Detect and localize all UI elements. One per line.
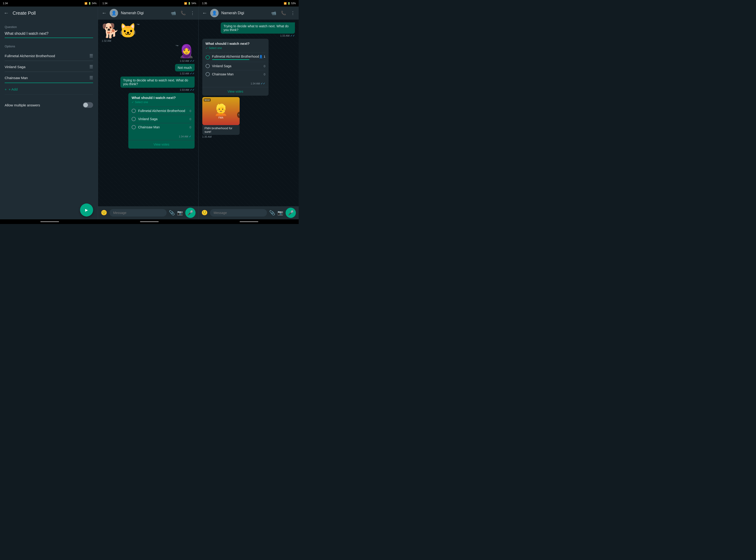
trying-decide-bubble-right: Trying to decide what to watch next. Wha… <box>221 22 295 34</box>
fma-image: 👱 FMA tenor ↪ <box>202 97 240 125</box>
camera-button-middle[interactable]: 📷 <box>177 210 183 216</box>
more-options-icon-middle[interactable]: ⋮ <box>191 11 195 16</box>
poll-bubble-middle: What should I watch next? ✓ Select one F… <box>128 93 195 148</box>
avatar-right: 👤 <box>210 9 219 17</box>
tick-right-1: ✓✓ <box>290 34 295 37</box>
allow-multiple-row: Allow multiple answers <box>5 100 93 110</box>
poll-option-chainsaw-middle[interactable]: Chainsaw Man 0 <box>132 123 191 131</box>
option-input-1[interactable] <box>5 54 87 58</box>
emoji-button-middle[interactable]: 🙂 <box>101 210 107 216</box>
chat-messages-middle: 🐕🐱 ↪ 1:32 AM 🧕 ↪ 1:32 AM ✓✓ <box>98 20 198 206</box>
phone-call-icon-middle[interactable]: 📞 <box>181 11 186 16</box>
view-votes-right[interactable]: View votes <box>202 87 269 96</box>
avatar-sticker-time: 1:32 AM ✓✓ <box>180 59 194 62</box>
drag-icon-3: ☰ <box>89 75 93 80</box>
status-icons-mid: 📶 🔋 54% <box>184 2 196 5</box>
video-call-icon-right[interactable]: 📹 <box>271 11 276 16</box>
sticker-emoji: 🐕🐱 <box>102 23 137 39</box>
attach-button-right[interactable]: 📎 <box>269 210 275 216</box>
person-icon: 👤 <box>259 55 263 58</box>
poll-option-chainsaw-right[interactable]: Chainsaw Man 0 <box>205 70 265 78</box>
poll-count-vinland-middle: 0 <box>187 117 191 121</box>
create-poll-header: ← Create Poll <box>0 6 98 20</box>
chat-contact-name-middle: Namerah Digi <box>121 11 168 15</box>
avatar-sticker-message: 🧕 ↪ 1:32 AM ✓✓ <box>179 44 195 62</box>
phone-call-icon-right[interactable]: 📞 <box>281 11 286 16</box>
option-input-2[interactable] <box>5 65 87 69</box>
chat-header-icons-right: 📹 📞 ⋮ <box>271 11 295 16</box>
poll-count-vinland-right: 0 <box>262 64 265 68</box>
fma-image-time: 1:35 AM <box>202 135 212 138</box>
mic-button-right[interactable]: 🎤 <box>285 208 296 218</box>
poll-radio-chainsaw-right <box>205 72 210 76</box>
avatar-sticker-emoji: 🧕 <box>179 44 195 58</box>
trying-decide-text-right: Trying to decide what to watch next. Wha… <box>223 24 289 32</box>
mic-button-middle[interactable]: 🎤 <box>185 208 196 218</box>
time-left: 1:34 <box>3 2 8 5</box>
trying-decide-time-right: 1:33 AM ✓✓ <box>280 34 295 37</box>
drag-icon-1: ☰ <box>89 53 93 58</box>
status-bar-left: 1:34 📶 🔋 54% <box>0 0 100 6</box>
tick-3: ✓✓ <box>190 88 195 92</box>
poll-option-vinland-middle[interactable]: Vinland Saga 0 <box>132 115 191 123</box>
image-container: 👱 FMA tenor ↪ FMA brotherhood for sure! <box>202 97 240 135</box>
sticker-time: 1:32 AM <box>102 39 111 42</box>
message-input-middle[interactable] <box>110 209 166 217</box>
tick-1: ✓✓ <box>190 59 195 62</box>
trying-decide-time: 1:33 AM ✓✓ <box>180 88 194 92</box>
allow-multiple-toggle[interactable] <box>83 102 93 108</box>
nav-pill-mid <box>140 221 159 222</box>
question-label: Question <box>5 25 93 29</box>
option-item-2: ☰ <box>5 62 93 72</box>
poll-radio-chainsaw-middle <box>132 125 136 129</box>
send-icon: ► <box>84 207 89 213</box>
chat-back-button-right[interactable]: ← <box>202 11 207 16</box>
bottom-bar-right <box>199 219 299 224</box>
bottom-bar-left <box>0 219 100 224</box>
time-mid: 1:34 <box>102 2 107 5</box>
add-option-button[interactable]: + + Add <box>5 84 93 95</box>
allow-multiple-label: Allow multiple answers <box>5 103 40 107</box>
not-much-time: 1:32 AM ✓✓ <box>180 72 194 75</box>
emoji-button-right[interactable]: 🙂 <box>201 210 208 216</box>
chat-header-middle: ← 👤 Namerah Digi 📹 📞 ⋮ <box>98 6 198 20</box>
tick-2: ✓✓ <box>190 72 195 75</box>
poll-option-vinland-text-right: Vinland Saga <box>212 64 259 68</box>
poll-option-fma-right[interactable]: Fullmetal Alchemist Brotherhood 👤1 <box>205 53 265 62</box>
status-bar-right: 1:35 📶 🔋 53% <box>199 0 299 6</box>
video-call-icon-middle[interactable]: 📹 <box>171 11 176 16</box>
camera-button-right[interactable]: 📷 <box>277 210 283 216</box>
poll-option-fma-middle[interactable]: Fullmetal Alchemist Brotherhood 0 <box>132 107 191 115</box>
chat-input-bar-right: 🙂 📎 📷 🎤 <box>199 206 299 219</box>
view-votes-middle[interactable]: View votes <box>128 140 195 148</box>
send-poll-fab[interactable]: ► <box>80 203 93 217</box>
fma-image-message: 👱 FMA tenor ↪ FMA brotherhood for sure! <box>202 97 240 138</box>
option-item-1: ☰ <box>5 51 93 61</box>
poll-option-vinland-right[interactable]: Vinland Saga 0 <box>205 62 265 70</box>
status-icons-right: 📶 🔋 53% <box>284 2 296 5</box>
poll-time-right: 1:34 AM ✓✓ <box>202 81 269 87</box>
back-button[interactable]: ← <box>4 11 9 16</box>
sticker-message: 🐕🐱 ↪ 1:32 AM <box>102 22 137 42</box>
options-label: Options <box>5 44 93 48</box>
poll-option-chainsaw-text-middle: Chainsaw Man <box>138 125 185 129</box>
drag-icon-2: ☰ <box>89 64 93 69</box>
avatar-middle: 👤 <box>110 9 118 17</box>
more-options-icon-right[interactable]: ⋮ <box>291 11 295 16</box>
attach-button-middle[interactable]: 📎 <box>169 210 175 216</box>
message-input-right[interactable] <box>210 209 267 217</box>
poll-bar-fma <box>212 59 250 60</box>
poll-time-middle: 1:34 AM ✓ <box>128 134 195 140</box>
forward-icon-2: ↪ <box>176 44 179 47</box>
bottom-bar-mid <box>100 219 199 224</box>
question-input[interactable] <box>5 31 93 38</box>
poll-tick-right: ✓✓ <box>261 82 265 85</box>
option-input-3[interactable] <box>5 76 87 80</box>
poll-radio-vinland-middle <box>132 117 136 121</box>
chat-header-right: ← 👤 Namerah Digi 📹 📞 ⋮ <box>199 6 299 20</box>
poll-message-right: What should I watch next? ✓ Select one F… <box>202 39 269 96</box>
nav-pill-right <box>240 221 258 222</box>
create-poll-panel: ← Create Poll Question Options ☰ ☰ ☰ + +… <box>0 6 98 219</box>
mic-icon-middle: 🎤 <box>187 210 193 216</box>
chat-back-button-middle[interactable]: ← <box>102 11 107 16</box>
